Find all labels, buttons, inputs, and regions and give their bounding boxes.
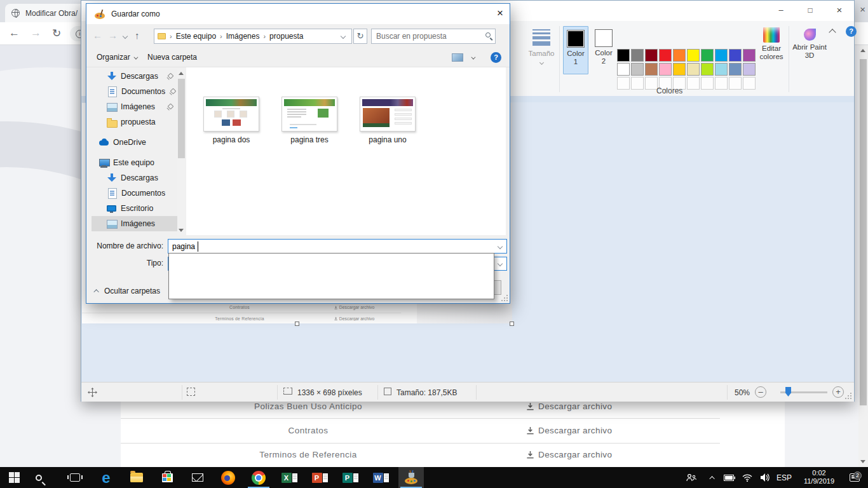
taskbar-search-button[interactable]: [26, 467, 51, 488]
window-resize-grip[interactable]: [845, 393, 851, 399]
palette-color-b5e61d[interactable]: [701, 63, 714, 76]
close-button[interactable]: ×: [825, 1, 854, 21]
resize-handle-corner[interactable]: [510, 322, 514, 326]
organize-button[interactable]: Organizar: [97, 53, 137, 62]
new-folder-button[interactable]: Nueva carpeta: [147, 53, 197, 62]
palette-color-ffffff[interactable]: [617, 63, 630, 76]
language-indicator[interactable]: ESP: [774, 467, 794, 488]
dialog-close-button[interactable]: ×: [497, 7, 503, 20]
palette-color-000000[interactable]: [617, 49, 630, 62]
sidebar-scrollbar[interactable]: [177, 69, 186, 235]
taskbar-excel-icon[interactable]: X: [276, 467, 302, 488]
filetype-dropdown-icon[interactable]: [498, 261, 503, 266]
file-list-area[interactable]: pagina dospagina trespagina uno: [186, 67, 506, 235]
taskbar-firefox-icon[interactable]: [215, 467, 241, 488]
palette-empty-slot[interactable]: [631, 77, 644, 90]
taskbar-paint-icon[interactable]: [398, 467, 424, 488]
zoom-out-button[interactable]: –: [755, 386, 766, 398]
palette-color-a349a4[interactable]: [743, 49, 756, 62]
zoom-slider-thumb[interactable]: [785, 387, 791, 396]
resize-handle-bottom[interactable]: [295, 322, 299, 326]
palette-empty-slot[interactable]: [729, 77, 742, 90]
palette-color-00a2e8[interactable]: [715, 49, 728, 62]
palette-empty-slot[interactable]: [743, 77, 756, 90]
people-icon[interactable]: [684, 467, 699, 488]
view-mode-icon[interactable]: [452, 53, 463, 62]
palette-color-ff7f27[interactable]: [673, 49, 686, 62]
palette-color-efe4b0[interactable]: [687, 63, 700, 76]
volume-icon[interactable]: [757, 467, 773, 488]
palette-color-880015[interactable]: [645, 49, 658, 62]
palette-color-c8bfe7[interactable]: [743, 63, 756, 76]
action-center-icon[interactable]: 2: [846, 467, 863, 488]
size-button[interactable]: Tamaño: [526, 27, 557, 66]
taskbar-edge-icon[interactable]: e: [93, 467, 119, 488]
clock[interactable]: 0:02 11/9/2019: [797, 469, 841, 485]
filename-input[interactable]: pagina: [168, 239, 507, 254]
taskbar-chrome-icon[interactable]: [246, 467, 271, 488]
scroll-down-icon[interactable]: [860, 460, 865, 463]
taskbar-file-explorer-icon[interactable]: [124, 467, 149, 488]
palette-color-ffaec9[interactable]: [659, 63, 672, 76]
sidebar-item-este-equipo[interactable]: Este equipo: [92, 155, 177, 170]
breadcrumb-imagenes[interactable]: Imágenes: [226, 32, 260, 41]
taskbar-powerpoint-icon[interactable]: P: [307, 467, 332, 488]
collapse-ribbon-icon[interactable]: [829, 29, 836, 36]
paint-help-button[interactable]: ?: [846, 26, 857, 37]
palette-color-fff200[interactable]: [687, 49, 700, 62]
browser-close-button[interactable]: ×: [860, 4, 865, 15]
breadcrumb-este-equipo[interactable]: Este equipo: [176, 32, 216, 41]
download-link[interactable]: Descargar archivo: [526, 402, 612, 411]
scroll-up-icon[interactable]: [179, 72, 184, 75]
open-paint3d-button[interactable]: Abrir Paint 3D: [792, 27, 827, 60]
file-item-pagina-uno[interactable]: pagina uno: [356, 97, 419, 144]
dialog-resize-grip[interactable]: [501, 295, 508, 301]
palette-color-b97a57[interactable]: [645, 63, 658, 76]
palette-empty-slot[interactable]: [687, 77, 700, 90]
palette-color-22b14c[interactable]: [701, 49, 714, 62]
breadcrumb-propuesta[interactable]: propuesta: [269, 32, 303, 41]
palette-color-7092be[interactable]: [729, 63, 742, 76]
sidebar-item-onedrive[interactable]: OneDrive: [92, 135, 177, 150]
maximize-button[interactable]: □: [796, 1, 825, 21]
taskbar-task-view-button[interactable]: [62, 467, 88, 488]
battery-icon[interactable]: [722, 467, 737, 488]
color2-button[interactable]: Color2: [591, 26, 616, 74]
palette-color-7f7f7f[interactable]: [631, 49, 644, 62]
taskbar-word-icon[interactable]: W: [368, 467, 393, 488]
browser-reload-button[interactable]: ↻: [52, 27, 61, 40]
browser-forward-button[interactable]: →: [31, 27, 41, 39]
scroll-up-icon[interactable]: [860, 49, 865, 52]
browser-back-button[interactable]: ←: [9, 27, 20, 39]
sidebar-item-im-genes[interactable]: Imágenes: [92, 216, 177, 231]
palette-empty-slot[interactable]: [645, 77, 658, 90]
file-item-pagina-tres[interactable]: pagina tres: [278, 97, 341, 144]
nav-forward-icon[interactable]: →: [108, 30, 118, 41]
palette-empty-slot[interactable]: [617, 77, 630, 90]
sidebar-item-descargas[interactable]: Descargas: [92, 170, 177, 186]
breadcrumb-dropdown-icon[interactable]: [341, 34, 346, 39]
scrollbar-thumb[interactable]: [178, 79, 185, 158]
color1-button[interactable]: Color1: [563, 26, 588, 74]
file-item-pagina-dos[interactable]: pagina dos: [200, 97, 263, 144]
wifi-icon[interactable]: [740, 467, 755, 488]
browser-scrollbar[interactable]: [858, 45, 868, 467]
taskbar-publisher-icon[interactable]: P: [337, 467, 363, 488]
taskbar-store-icon[interactable]: [154, 467, 180, 488]
hide-folders-button[interactable]: Ocultar carpetas: [95, 287, 160, 295]
sidebar-item-im-genes[interactable]: Imágenes: [92, 99, 177, 114]
sidebar-item-documentos[interactable]: Documentos: [92, 186, 177, 201]
palette-color-ed1c24[interactable]: [659, 49, 672, 62]
scrollbar-thumb[interactable]: [860, 59, 867, 405]
nav-history-icon[interactable]: [123, 34, 128, 39]
sidebar-item-documentos[interactable]: Documentos: [92, 84, 177, 99]
scroll-down-icon[interactable]: [179, 229, 184, 232]
palette-color-ffc90e[interactable]: [673, 63, 686, 76]
search-input[interactable]: [376, 30, 478, 42]
tray-expand-icon[interactable]: [707, 467, 719, 488]
breadcrumb[interactable]: › Este equipo › Imágenes › propuesta: [154, 29, 352, 44]
palette-color-c3c3c3[interactable]: [631, 63, 644, 76]
download-link[interactable]: Descargar archivo: [526, 426, 612, 435]
palette-empty-slot[interactable]: [715, 77, 728, 90]
filename-dropdown-icon[interactable]: [498, 244, 503, 249]
